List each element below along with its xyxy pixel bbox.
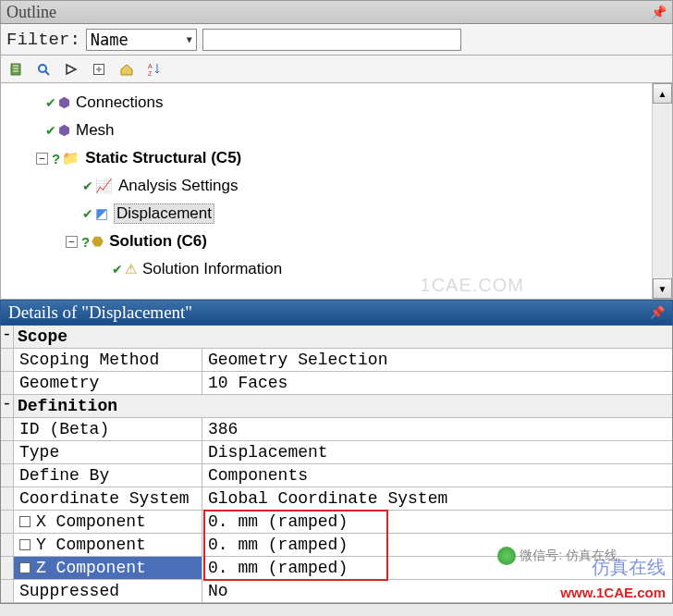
svg-text:Z: Z <box>148 70 153 77</box>
scroll-up-icon[interactable]: ▲ <box>653 83 672 104</box>
gutter <box>1 464 14 487</box>
prop-value[interactable]: 386 <box>202 418 672 440</box>
outline-tree[interactable]: ✔ ⬢ Connections ✔ ⬢ Mesh − ? 📁 Static St… <box>1 83 652 299</box>
filter-input[interactable] <box>202 29 461 51</box>
gutter <box>1 511 14 533</box>
analysis-icon: 📈 <box>95 178 113 194</box>
gutter <box>1 372 14 394</box>
home-icon[interactable] <box>117 60 136 79</box>
gutter <box>1 534 14 556</box>
mesh-icon: ⬢ <box>58 122 70 139</box>
play-icon[interactable] <box>62 60 80 79</box>
details-row-define-by[interactable]: Define By Components <box>1 464 672 487</box>
details-row-scoping-method[interactable]: Scoping Method Geometry Selection <box>1 349 672 372</box>
tree-label: Mesh <box>76 121 115 140</box>
details-row-geometry[interactable]: Geometry 10 Faces <box>1 372 672 395</box>
connections-icon: ⬢ <box>58 94 70 111</box>
prop-value[interactable]: 0. mm (ramped) <box>202 511 672 533</box>
tree-label: Connections <box>76 93 164 112</box>
search-outline-icon[interactable] <box>34 60 53 79</box>
prop-value[interactable]: Components <box>202 464 672 487</box>
tree-item-connections[interactable]: ✔ ⬢ Connections <box>6 89 652 117</box>
tree-item-displacement[interactable]: ✔ ◩ Displacement <box>6 200 652 228</box>
tree-scrollbar[interactable]: ▲ ▼ <box>652 83 672 299</box>
prop-label: Geometry <box>14 372 202 394</box>
displacement-icon: ◩ <box>95 205 108 222</box>
filter-row: Filter: Name ▼ <box>0 24 673 55</box>
gutter <box>1 418 14 440</box>
tree-item-mesh[interactable]: ✔ ⬢ Mesh <box>6 117 652 144</box>
outline-toolbar: AZ <box>0 55 673 83</box>
prop-value[interactable]: Geometry Selection <box>202 349 672 371</box>
prop-value[interactable]: Displacement <box>202 441 672 463</box>
details-row-x-component[interactable]: X Component 0. mm (ramped) <box>1 511 672 534</box>
prop-label: Coordinate System <box>14 487 202 510</box>
prop-value[interactable]: 10 Faces <box>202 372 672 394</box>
check-icon: ✔ <box>82 206 93 221</box>
prop-label: Type <box>14 441 202 463</box>
tree-label: Static Structural (C5) <box>85 149 241 167</box>
filter-select[interactable]: Name ▼ <box>86 29 197 51</box>
cn-stamp: 仿真在线 <box>592 555 666 580</box>
prop-label: ID (Beta) <box>14 418 202 440</box>
details-row-coord-sys[interactable]: Coordinate System Global Coordinate Syst… <box>1 487 672 511</box>
details-panel-header: Details of "Displacement" 📌 <box>0 300 673 326</box>
check-icon: ✔ <box>45 95 56 110</box>
url-stamp: www.1CAE.com <box>560 585 666 600</box>
details-title: Details of "Displacement" <box>8 302 192 323</box>
chevron-down-icon: ▼ <box>187 34 192 44</box>
collapse-icon[interactable]: − <box>66 236 78 248</box>
group-label: Definition <box>14 395 672 417</box>
solution-icon: ⬣ <box>92 233 104 250</box>
tree-label: Solution (C6) <box>109 232 207 251</box>
group-label: Scope <box>14 326 672 348</box>
details-row-type[interactable]: Type Displacement <box>1 441 672 464</box>
gutter <box>1 441 14 463</box>
tree-item-static-structural[interactable]: − ? 📁 Static Structural (C5) <box>6 144 652 172</box>
tree-label: Analysis Settings <box>118 177 238 195</box>
expand-all-icon[interactable] <box>90 60 108 79</box>
tree-label: Displacement <box>114 203 214 224</box>
details-row-id-beta[interactable]: ID (Beta) 386 <box>1 418 672 441</box>
prop-label: X Component <box>14 511 202 533</box>
check-icon: ✔ <box>82 179 93 193</box>
tree-item-analysis-settings[interactable]: ✔ 📈 Analysis Settings <box>6 172 652 200</box>
details-group-scope[interactable]: - Scope <box>1 326 672 349</box>
tree-label: Solution Information <box>142 260 282 278</box>
filter-select-value: Name <box>91 31 128 49</box>
refresh-icon[interactable] <box>6 60 25 79</box>
sort-az-icon[interactable]: AZ <box>145 60 164 79</box>
tree-item-solution[interactable]: − ? ⬣ Solution (C6) <box>6 228 652 255</box>
tree-item-solution-info[interactable]: ✔ ⚠ Solution Information <box>6 255 652 283</box>
collapse-icon[interactable]: − <box>36 153 48 165</box>
gutter <box>1 487 14 510</box>
svg-text:A: A <box>148 63 153 69</box>
pin-icon[interactable]: 📌 <box>650 305 665 320</box>
wechat-icon <box>497 547 516 565</box>
checkbox-icon[interactable] <box>19 516 31 527</box>
collapse-icon[interactable]: - <box>1 395 14 417</box>
filter-label: Filter: <box>6 30 80 50</box>
folder-icon: 📁 <box>62 150 80 166</box>
prop-label: Define By <box>14 464 202 487</box>
checkbox-icon[interactable] <box>19 539 31 550</box>
collapse-icon[interactable]: - <box>1 326 14 348</box>
question-icon: ? <box>52 151 60 166</box>
prop-label: Suppressed <box>14 580 202 602</box>
outline-panel-header: Outline 📌 <box>0 0 673 24</box>
question-icon: ? <box>81 234 90 250</box>
gutter <box>1 580 14 602</box>
prop-label: Y Component <box>14 534 202 556</box>
check-icon: ✔ <box>112 262 123 277</box>
info-icon: ⚠ <box>125 261 137 277</box>
gutter <box>1 557 14 579</box>
check-icon: ✔ <box>45 123 56 138</box>
pin-icon[interactable]: 📌 <box>651 5 667 20</box>
details-group-definition[interactable]: - Definition <box>1 395 672 418</box>
checkbox-icon[interactable] <box>19 562 31 573</box>
prop-label: Z Component <box>14 557 202 579</box>
prop-label: Scoping Method <box>14 349 202 371</box>
prop-value[interactable]: Global Coordinate System <box>202 487 672 510</box>
scroll-down-icon[interactable]: ▼ <box>653 278 672 299</box>
gutter <box>1 349 14 371</box>
